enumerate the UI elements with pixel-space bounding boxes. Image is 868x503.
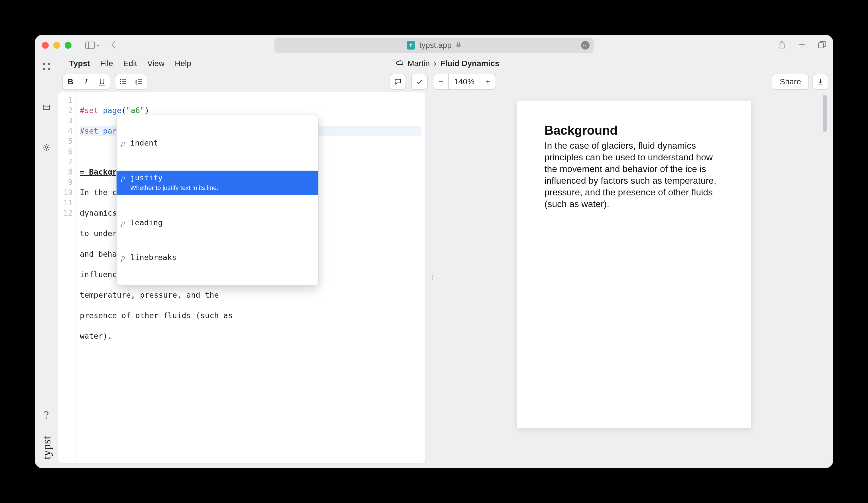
svg-rect-8 (43, 105, 50, 110)
url-text: typst.app (419, 41, 452, 50)
format-toolbar: B I U 123 (58, 72, 833, 92)
browser-window: t typst.app ⋯ ? ty (35, 35, 833, 468)
preview-pane: Background In the case of glaciers, flui… (440, 92, 828, 463)
preview-scrollbar[interactable] (823, 95, 827, 461)
download-button[interactable] (813, 74, 828, 90)
autocomplete-label: justify (130, 173, 218, 182)
chevron-right-icon: › (434, 59, 436, 68)
menu-view[interactable]: View (147, 59, 164, 68)
italic-button[interactable]: I (79, 74, 94, 90)
help-icon[interactable]: ? (44, 408, 49, 421)
list-group: 123 (115, 74, 147, 90)
svg-text:3: 3 (135, 82, 137, 85)
new-tab-icon[interactable] (798, 40, 806, 50)
workspace: 123456789101112 #set page("a6") #set par… (58, 92, 833, 468)
svg-point-15 (120, 83, 121, 84)
site-menu-button[interactable]: ⋯ (581, 41, 590, 50)
bold-button[interactable]: B (62, 74, 79, 90)
zoom-in-button[interactable] (480, 74, 496, 90)
settings-icon[interactable] (41, 142, 52, 153)
toolbar-right: Share (772, 74, 828, 90)
code-content[interactable]: #set page("a6") #set par() = Background … (76, 92, 425, 463)
autocomplete-label: linebreaks (130, 253, 177, 262)
svg-rect-0 (85, 42, 95, 49)
nav-back-button[interactable] (111, 40, 116, 50)
share-button[interactable]: Share (772, 74, 809, 90)
zoom-value[interactable]: 140% (449, 74, 480, 90)
param-kind-icon: p (121, 173, 126, 182)
svg-point-13 (120, 81, 121, 82)
autocomplete-label: indent (130, 138, 158, 148)
numbered-list-button[interactable]: 123 (131, 74, 147, 90)
typst-logo: typst (40, 436, 53, 459)
autocomplete-label: leading (130, 218, 163, 228)
window-controls (42, 42, 72, 49)
svg-point-10 (45, 146, 48, 148)
share-icon[interactable] (778, 40, 786, 50)
minimize-window-button[interactable] (53, 42, 60, 49)
preview-controls: 140% (390, 74, 496, 90)
zoom-out-button[interactable] (433, 74, 449, 90)
fullscreen-window-button[interactable] (65, 42, 72, 49)
param-kind-icon: p (121, 138, 126, 148)
left-rail: ? typst (35, 55, 58, 468)
panel-icon[interactable] (41, 102, 52, 113)
param-kind-icon: p (121, 218, 126, 228)
code-keyword: #set (80, 126, 98, 135)
split-handle[interactable] (432, 92, 434, 463)
menu-brand[interactable]: Typst (69, 59, 90, 68)
drag-handle-icon[interactable] (43, 63, 50, 70)
autocomplete-item-indent[interactable]: p indent (116, 136, 318, 150)
code-text: temperature, pressure, and the (80, 290, 422, 300)
site-favicon: t (407, 41, 415, 50)
url-bar[interactable]: t typst.app ⋯ (275, 38, 593, 53)
app-menubar: Typst File Edit View Help Martin › Fluid… (58, 55, 833, 72)
menu-help[interactable]: Help (175, 59, 191, 68)
tabs-icon[interactable] (818, 40, 826, 50)
menu-file[interactable]: File (100, 59, 113, 68)
svg-point-11 (120, 79, 121, 80)
comment-button[interactable] (390, 74, 406, 90)
code-text: presence of other fluids (such as (80, 311, 422, 321)
code-keyword: #set (80, 106, 98, 115)
code-function: page (103, 106, 121, 115)
code-function: par (103, 126, 117, 135)
zoom-group: 140% (433, 74, 496, 90)
code-text: water). (80, 331, 422, 341)
menu-edit[interactable]: Edit (123, 59, 137, 68)
code-string: "a6" (126, 106, 145, 115)
breadcrumb-document[interactable]: Fluid Dynamics (440, 59, 499, 68)
autocomplete-item-linebreaks[interactable]: p linebreaks (116, 250, 318, 265)
bullet-list-button[interactable] (115, 74, 131, 90)
browser-titlebar: t typst.app ⋯ (35, 35, 833, 55)
line-gutter: 123456789101112 (58, 92, 76, 463)
cloud-icon (395, 60, 403, 67)
param-kind-icon: p (121, 253, 126, 262)
sidebar-toggle-button[interactable] (85, 42, 100, 49)
scrollbar-thumb[interactable] (823, 95, 827, 132)
autocomplete-description: Whether to justify text in its line. (130, 183, 218, 193)
breadcrumb-user[interactable]: Martin (407, 59, 430, 68)
lock-icon (456, 41, 461, 50)
code-editor[interactable]: 123456789101112 #set page("a6") #set par… (58, 92, 426, 463)
autocomplete-item-leading[interactable]: p leading (116, 216, 318, 230)
main-area: Typst File Edit View Help Martin › Fluid… (58, 55, 833, 468)
svg-rect-7 (818, 43, 824, 48)
page-preview: Background In the case of glaciers, flui… (517, 101, 751, 428)
text-style-group: B I U (62, 74, 110, 90)
svg-rect-2 (456, 44, 461, 47)
autocomplete-popup: p indent p justify Whether to justify te… (116, 115, 319, 285)
close-window-button[interactable] (42, 42, 49, 49)
app-body: ? typst Typst File Edit View Help Martin… (35, 55, 833, 468)
preview-body: In the case of glaciers, fluid dynamics … (545, 140, 724, 210)
browser-toolbar-right (778, 40, 826, 50)
autocomplete-item-justify[interactable]: p justify Whether to justify text in its… (116, 171, 318, 195)
breadcrumb: Martin › Fluid Dynamics (395, 59, 499, 68)
compile-button[interactable] (411, 74, 428, 90)
underline-button[interactable]: U (94, 74, 110, 90)
preview-heading: Background (545, 123, 724, 138)
